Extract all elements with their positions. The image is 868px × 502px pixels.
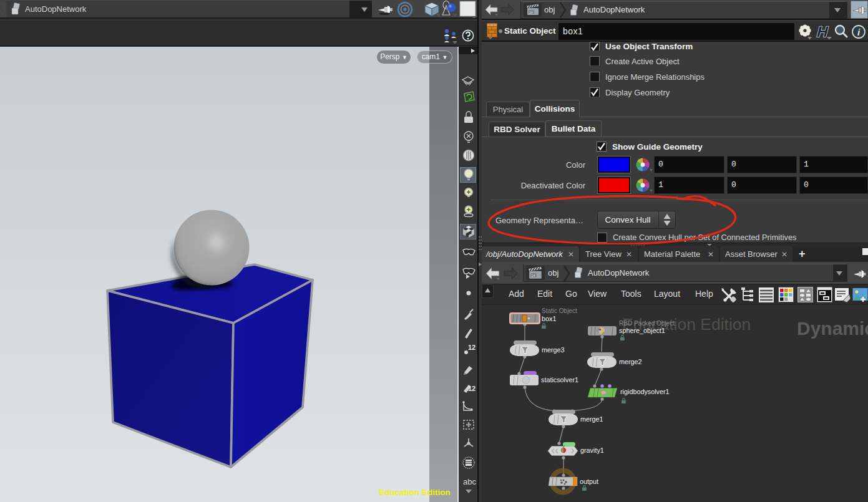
svg-text:14: 14 [529, 11, 533, 14]
svg-text:sphere_object1: sphere_object1 [619, 327, 665, 334]
svg-text:RBD Packed Object: RBD Packed Object [619, 320, 675, 327]
svg-text:merge3: merge3 [542, 346, 565, 354]
svg-text:abc: abc [463, 477, 476, 486]
svg-text:merge1: merge1 [580, 415, 603, 423]
svg-text:12: 12 [468, 385, 475, 392]
svg-text:14: 14 [531, 274, 535, 278]
svg-text:Education Edition: Education Edition [379, 488, 451, 497]
svg-text:Static Object: Static Object [542, 307, 577, 314]
svg-text:box1: box1 [542, 315, 556, 322]
svg-text:Dynamic: Dynamic [797, 318, 868, 339]
svg-text:gravity1: gravity1 [580, 446, 604, 454]
svg-text:merge2: merge2 [619, 358, 642, 365]
svg-text:12: 12 [468, 344, 475, 351]
svg-text:rigidbodysolver1: rigidbodysolver1 [620, 388, 670, 395]
svg-text:staticsolver1: staticsolver1 [541, 376, 578, 384]
svg-text:H: H [817, 24, 829, 40]
svg-text:output: output [580, 478, 598, 485]
